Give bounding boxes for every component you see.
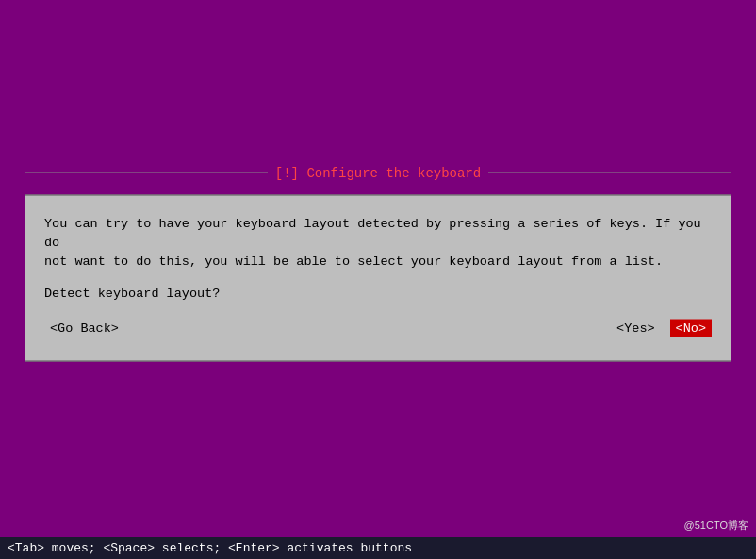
configure-keyboard-dialog: [!] Configure the keyboard You can try t… [25,166,731,362]
desktop: [!] Configure the keyboard You can try t… [0,0,756,559]
button-row: <Go Back> <Yes> <No> [44,320,712,347]
dialog-container: [!] Configure the keyboard You can try t… [25,166,731,362]
status-bar-text: <Tab> moves; <Space> selects; <Enter> ac… [8,541,412,555]
dialog-question: Detect keyboard layout? [44,287,712,301]
dialog-title-wrapper: [!] Configure the keyboard [268,165,488,180]
dialog-body-text: You can try to have your keyboard layout… [44,214,712,271]
status-bar: <Tab> moves; <Space> selects; <Enter> ac… [0,537,756,559]
watermark: @51CTO博客 [684,518,748,533]
title-line-right [488,173,731,173]
dialog-title-bar: [!] Configure the keyboard [25,166,731,179]
go-back-button[interactable]: <Go Back> [44,320,124,337]
dialog-box: You can try to have your keyboard layout… [25,194,731,362]
no-button[interactable]: <No> [670,320,712,337]
title-line-left [25,173,268,173]
btn-group-right: <Yes> <No> [611,320,712,337]
dialog-content: You can try to have your keyboard layout… [25,195,731,361]
yes-button[interactable]: <Yes> [611,320,661,337]
dialog-title: [!] Configure the keyboard [271,165,485,180]
